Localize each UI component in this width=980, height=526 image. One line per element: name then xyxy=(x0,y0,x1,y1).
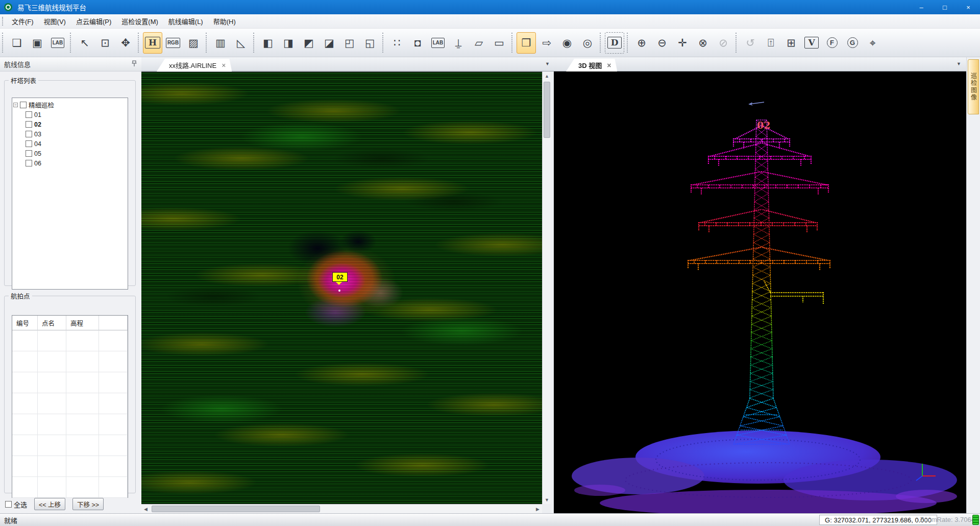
tab-airline[interactable]: xx线路.AIRLINE × xyxy=(157,59,232,71)
tree-item-05[interactable]: 05 xyxy=(13,149,127,158)
view2d-tab-dropdown-icon[interactable]: ▼ xyxy=(545,61,550,66)
erase-points-button[interactable]: ▱ xyxy=(469,32,488,54)
image-render-button[interactable]: ▨ xyxy=(184,32,203,54)
tree-root-label: 精细巡检 xyxy=(29,100,54,110)
column-header-高程[interactable]: 高程 xyxy=(66,316,99,330)
select-all-checkbox[interactable] xyxy=(5,501,12,508)
menu-item-文件(F)[interactable]: 文件(F) xyxy=(7,16,39,28)
pan-view-button[interactable]: ✥ xyxy=(116,32,135,54)
tree-item-checkbox[interactable] xyxy=(26,121,32,128)
tower-02-marker[interactable]: 02 xyxy=(332,272,348,282)
rgb-render-button[interactable]: RGB xyxy=(163,32,183,54)
tree-root-checkbox[interactable] xyxy=(20,102,27,108)
tree-root-row[interactable]: −精细巡检 xyxy=(13,100,127,110)
view3d-tab-dropdown-icon[interactable]: ▼ xyxy=(957,61,961,66)
tree-item-02[interactable]: 02 xyxy=(13,119,127,129)
toolbar-grip xyxy=(600,33,602,53)
menu-item-巡检设置(M)[interactable]: 巡检设置(M) xyxy=(116,16,163,28)
height-render-button[interactable]: H xyxy=(143,32,162,54)
tree-item-checkbox[interactable] xyxy=(26,111,32,118)
pointcloud-2d-viewport[interactable]: 02 xyxy=(141,71,542,504)
zoom-window-button[interactable]: ⊡ xyxy=(95,32,115,54)
minimize-button[interactable]: – xyxy=(910,0,933,14)
rect-select-button[interactable]: ▭ xyxy=(489,32,509,54)
tree-item-checkbox[interactable] xyxy=(26,160,32,166)
tree-item-06[interactable]: 06 xyxy=(13,158,127,168)
column-header-编号[interactable]: 编号 xyxy=(12,316,38,330)
g-mode-button[interactable]: G xyxy=(843,32,862,54)
tree-item-label: 06 xyxy=(34,160,41,167)
maximize-button[interactable]: □ xyxy=(933,0,957,14)
move-point-button[interactable]: ✛ xyxy=(673,32,692,54)
tree-expander-icon[interactable]: − xyxy=(13,103,18,107)
fit-selection-button[interactable]: ⍐ xyxy=(761,32,780,54)
view-left-button[interactable]: ◩ xyxy=(299,32,318,54)
view3d-tabbar: 3D 视图 × ▼ xyxy=(554,57,966,71)
tab-airline-close-icon[interactable]: × xyxy=(222,61,226,69)
add-viewport-button[interactable]: ⊞ xyxy=(781,32,801,54)
back-view-button[interactable]: ⊖ xyxy=(652,32,672,54)
height-render-icon: H xyxy=(145,37,160,49)
move-up-button[interactable]: << 上移 xyxy=(34,498,65,510)
view-top-button[interactable]: ◰ xyxy=(340,32,359,54)
scroll-up-icon[interactable]: ▲ xyxy=(543,71,551,80)
open-file-button[interactable]: ❏ xyxy=(7,32,27,54)
view-bottom-icon: ◱ xyxy=(365,37,375,48)
tree-item-label: 05 xyxy=(34,150,41,157)
zoom-extents-icon: ↖ xyxy=(80,37,89,48)
tree-item-checkbox[interactable] xyxy=(26,140,32,147)
delete-point-button[interactable]: ⊗ xyxy=(693,32,713,54)
view2d-horizontal-scrollbar[interactable]: ◀ ▶ xyxy=(141,504,542,513)
label-points-button[interactable]: LAB xyxy=(428,32,448,54)
view-right-button[interactable]: ◪ xyxy=(320,32,339,54)
save-file-button[interactable]: ▣ xyxy=(28,32,47,54)
inspection-image-side-tab[interactable]: 巡检图像 xyxy=(968,59,979,114)
menu-item-视图(V)[interactable]: 视图(V) xyxy=(39,16,71,28)
zoom-extents-button[interactable]: ↖ xyxy=(75,32,94,54)
tree-item-03[interactable]: 03 xyxy=(13,129,127,139)
menu-item-航线编辑(L)[interactable]: 航线编辑(L) xyxy=(163,16,208,28)
pin-icon[interactable] xyxy=(131,60,137,68)
vertical-scroll-thumb[interactable] xyxy=(544,82,550,138)
tree-item-01[interactable]: 01 xyxy=(13,110,127,119)
window-title: 易飞三维航线规划平台 xyxy=(17,2,86,12)
application-window: 易飞三维航线规划平台 – □ × 文件(F)视图(V)点云编辑(P)巡检设置(M… xyxy=(0,0,980,526)
scroll-right-icon[interactable]: ▶ xyxy=(533,505,542,513)
v-mode-button[interactable]: V xyxy=(802,32,821,54)
fit-screen-button[interactable]: ⌖ xyxy=(863,32,883,54)
pointcloud-3d-viewport[interactable]: 02 xyxy=(554,71,966,513)
classify-stamp-button[interactable]: ⍊ xyxy=(449,32,468,54)
tab-3d-close-icon[interactable]: × xyxy=(607,61,611,69)
cube-view-button[interactable]: ❒ xyxy=(517,32,536,54)
column-header-点名[interactable]: 点名 xyxy=(38,316,66,330)
d-mode-button[interactable]: D xyxy=(605,32,624,54)
import-lab-button[interactable]: LAB xyxy=(48,32,67,54)
table-cell xyxy=(99,435,128,456)
view-front-button[interactable]: ◧ xyxy=(258,32,278,54)
measure-area-button[interactable]: ◺ xyxy=(231,32,251,54)
view-back-button[interactable]: ◨ xyxy=(279,32,298,54)
tree-item-checkbox[interactable] xyxy=(26,131,32,137)
menu-item-帮助(H)[interactable]: 帮助(H) xyxy=(208,16,241,28)
zoom-in-point-button[interactable]: ⊕ xyxy=(632,32,651,54)
spiral-eye-button[interactable]: ◎ xyxy=(578,32,597,54)
scroll-left-icon[interactable]: ◀ xyxy=(141,505,150,513)
view-bottom-button[interactable]: ◱ xyxy=(360,32,380,54)
menu-grip xyxy=(2,17,5,25)
measure-ruler-button[interactable]: ▥ xyxy=(211,32,230,54)
f-mode-button[interactable]: F xyxy=(822,32,842,54)
move-down-button[interactable]: 下移 >> xyxy=(72,498,104,510)
menu-item-点云编辑(P)[interactable]: 点云编辑(P) xyxy=(71,16,116,28)
close-button[interactable]: × xyxy=(957,0,980,14)
view2d-vertical-scrollbar[interactable]: ▲ ▼ xyxy=(542,71,551,504)
profile-line-button[interactable]: ∷ xyxy=(387,32,407,54)
tree-item-label: 04 xyxy=(34,140,41,148)
export-view-button[interactable]: ⇨ xyxy=(537,32,556,54)
photo-eye-button[interactable]: ◉ xyxy=(557,32,577,54)
scroll-down-icon[interactable]: ▼ xyxy=(543,495,551,504)
tree-item-checkbox[interactable] xyxy=(26,150,32,157)
tree-item-04[interactable]: 04 xyxy=(13,139,127,149)
tab-3d-view[interactable]: 3D 视图 × xyxy=(566,59,617,71)
horizontal-scroll-thumb[interactable] xyxy=(152,506,320,512)
select-points-button[interactable]: ◘ xyxy=(408,32,427,54)
